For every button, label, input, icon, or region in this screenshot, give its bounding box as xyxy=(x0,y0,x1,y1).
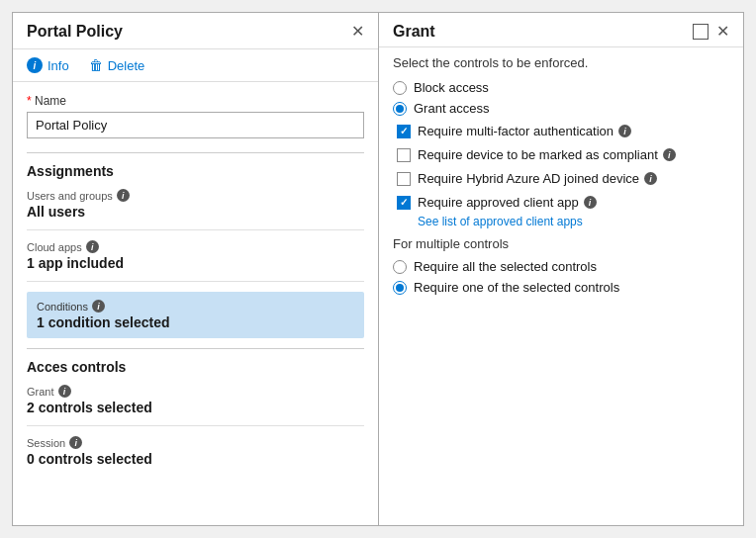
grant-access-radio-button[interactable] xyxy=(393,102,407,116)
assignment-users-groups[interactable]: Users and groups i All users xyxy=(27,189,364,230)
require-all-label: Require all the selected controls xyxy=(414,259,597,274)
left-panel-body: * Name Assignments Users and groups i Al… xyxy=(13,82,378,525)
grant-label: Grant i xyxy=(27,385,364,398)
left-panel-header: Portal Policy ✕ xyxy=(13,13,378,49)
assignments-heading: Assignments xyxy=(27,163,364,179)
approved-app-checkmark: ✓ xyxy=(400,198,408,208)
device-compliant-label: Require device to be marked as compliant… xyxy=(418,147,676,162)
delete-toolbar-item[interactable]: 🗑 Delete xyxy=(89,57,145,73)
approved-app-info-icon: i xyxy=(584,196,597,209)
hybrid-ad-label: Require Hybrid Azure AD joined device i xyxy=(418,171,657,186)
device-compliant-info-icon: i xyxy=(663,148,676,161)
access-controls-divider xyxy=(27,348,364,349)
info-toolbar-item[interactable]: i Info xyxy=(27,57,69,73)
conditions-info-icon: i xyxy=(92,300,105,313)
grant-access-radio-inner xyxy=(396,105,404,113)
cloud-apps-info-icon: i xyxy=(86,240,99,253)
right-subtitle: Select the controls to be enforced. xyxy=(379,47,743,76)
mfa-checkbox[interactable]: ✓ xyxy=(397,125,411,138)
mfa-checkmark: ✓ xyxy=(400,127,408,136)
users-groups-info-icon: i xyxy=(117,189,130,202)
conditions-label: Conditions i xyxy=(37,300,354,313)
left-panel-title: Portal Policy xyxy=(27,23,123,41)
mfa-checkbox-option[interactable]: ✓ Require multi-factor authentication i xyxy=(397,124,729,138)
approved-apps-link[interactable]: See list of approved client apps xyxy=(418,215,729,228)
approved-app-checkbox-option[interactable]: ✓ Require approved client app i xyxy=(397,195,729,210)
grant-access-label: Grant access xyxy=(414,101,490,116)
assignments-divider xyxy=(27,152,364,153)
right-panel-header: Grant ✕ xyxy=(379,13,743,47)
cloud-apps-label: Cloud apps i xyxy=(27,240,364,253)
require-one-radio-inner xyxy=(396,284,404,292)
users-groups-value: All users xyxy=(27,204,364,220)
assignment-conditions[interactable]: Conditions i 1 condition selected xyxy=(27,292,364,338)
require-one-radio[interactable]: Require one of the selected controls xyxy=(393,280,729,295)
grant-info-icon: i xyxy=(58,385,71,398)
hybrid-ad-checkbox-option[interactable]: Require Hybrid Azure AD joined device i xyxy=(397,171,729,186)
name-label: * Name xyxy=(27,94,364,108)
hybrid-ad-info-icon: i xyxy=(644,172,657,185)
mfa-label: Require multi-factor authentication i xyxy=(418,124,631,138)
mfa-info-icon: i xyxy=(618,125,631,137)
info-icon: i xyxy=(27,57,43,73)
session-info-icon: i xyxy=(69,436,82,449)
right-panel: Grant ✕ Select the controls to be enforc… xyxy=(379,13,743,525)
left-close-button[interactable]: ✕ xyxy=(351,24,364,40)
session-label: Session i xyxy=(27,436,364,449)
right-panel-title: Grant xyxy=(393,23,435,41)
left-panel: Portal Policy ✕ i Info 🗑 Delete * Name xyxy=(13,13,379,525)
cloud-apps-value: 1 app included xyxy=(27,255,364,271)
approved-app-checkbox[interactable]: ✓ xyxy=(397,196,411,210)
right-close-button[interactable]: ✕ xyxy=(716,24,729,40)
approved-app-label: Require approved client app i xyxy=(418,195,597,210)
panel-toolbar: i Info 🗑 Delete xyxy=(13,49,378,82)
block-access-radio[interactable]: Block access xyxy=(393,80,729,95)
right-body: Block access Grant access ✓ Require mult… xyxy=(379,76,743,525)
require-all-radio-button[interactable] xyxy=(393,260,407,274)
access-session-item[interactable]: Session i 0 controls selected xyxy=(27,436,364,477)
delete-icon: 🗑 xyxy=(89,57,103,73)
session-value: 0 controls selected xyxy=(27,451,364,467)
conditions-value: 1 condition selected xyxy=(37,314,354,330)
assignment-cloud-apps[interactable]: Cloud apps i 1 app included xyxy=(27,240,364,282)
require-one-label: Require one of the selected controls xyxy=(414,280,619,295)
multiple-controls-label: For multiple controls xyxy=(393,236,729,251)
require-one-radio-button[interactable] xyxy=(393,281,407,295)
name-field-group: * Name xyxy=(27,94,364,138)
access-controls-heading: Acces controls xyxy=(27,359,364,375)
device-compliant-checkbox[interactable] xyxy=(397,148,411,162)
delete-label: Delete xyxy=(108,58,145,73)
hybrid-ad-checkbox[interactable] xyxy=(397,172,411,186)
checkbox-section: ✓ Require multi-factor authentication i … xyxy=(393,124,729,228)
required-star: * xyxy=(27,94,32,108)
grant-value: 2 controls selected xyxy=(27,400,364,415)
access-grant-item[interactable]: Grant i 2 controls selected xyxy=(27,385,364,426)
info-label: Info xyxy=(47,58,69,73)
name-input[interactable] xyxy=(27,112,364,138)
maximize-button[interactable] xyxy=(693,24,709,40)
grant-access-radio[interactable]: Grant access xyxy=(393,101,729,116)
device-compliant-checkbox-option[interactable]: Require device to be marked as compliant… xyxy=(397,147,729,162)
require-all-radio[interactable]: Require all the selected controls xyxy=(393,259,729,274)
block-access-radio-button[interactable] xyxy=(393,81,407,95)
block-access-label: Block access xyxy=(414,80,489,95)
right-header-buttons: ✕ xyxy=(693,24,729,40)
users-groups-label: Users and groups i xyxy=(27,189,364,202)
